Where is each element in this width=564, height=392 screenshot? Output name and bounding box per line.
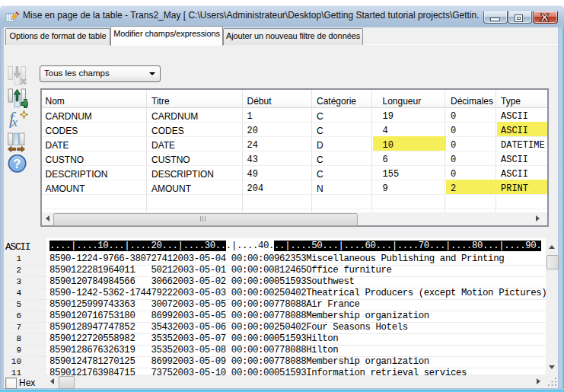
svg-text:?: ? [13,157,21,171]
